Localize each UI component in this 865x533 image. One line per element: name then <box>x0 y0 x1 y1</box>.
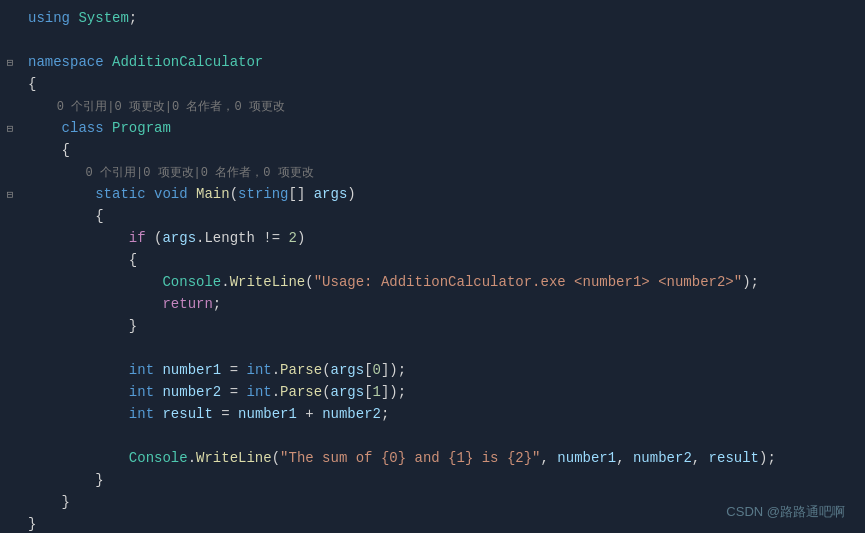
code-line-9: ⊟ static void Main(string[] args) <box>0 186 865 208</box>
line-content-21: Console.WriteLine("The sum of {0} and {1… <box>20 450 857 466</box>
code-line-8: 0 个引用|0 项更改|0 名作者，0 项更改 <box>0 164 865 186</box>
var-number2-ref2: number2 <box>633 450 692 466</box>
collapse-icon-6[interactable]: ⊟ <box>3 122 17 135</box>
keyword-int-4: int <box>246 384 271 400</box>
keyword-int-1: int <box>129 362 154 378</box>
line-content-18: int number2 = int.Parse(args[1]); <box>20 384 857 400</box>
code-line-17: int number1 = int.Parse(args[0]); <box>0 362 865 384</box>
line-content-5: 0 个引用|0 项更改|0 名作者，0 项更改 <box>20 98 857 115</box>
line-content-22: } <box>20 472 857 488</box>
code-line-18: int number2 = int.Parse(args[1]); <box>0 384 865 406</box>
watermark: CSDN @路路通吧啊 <box>726 503 845 521</box>
var-args: args <box>162 230 196 246</box>
method-writeline-2: WriteLine <box>196 450 272 466</box>
class-name-program: Program <box>112 120 171 136</box>
code-line-20 <box>0 428 865 450</box>
var-number2: number2 <box>162 384 221 400</box>
method-parse-2: Parse <box>280 384 322 400</box>
line-content-12: { <box>20 252 857 268</box>
code-line-15: } <box>0 318 865 340</box>
line-content-16 <box>20 340 857 356</box>
var-result-ref: result <box>709 450 759 466</box>
var-args-1: args <box>331 362 365 378</box>
code-line-21: Console.WriteLine("The sum of {0} and {1… <box>0 450 865 472</box>
code-line-7: { <box>0 142 865 164</box>
namespace-name: AdditionCalculator <box>112 54 263 70</box>
string-sum: "The sum of {0} and {1} is {2}" <box>280 450 540 466</box>
code-line-19: int result = number1 + number2; <box>0 406 865 428</box>
keyword-namespace: namespace <box>28 54 104 70</box>
line-content-3: namespace AdditionCalculator <box>20 54 857 70</box>
keyword-void: void <box>154 186 188 202</box>
line-content-20 <box>20 428 857 444</box>
line-content-1: using System; <box>20 10 857 26</box>
line-content-11: if (args.Length != 2) <box>20 230 857 246</box>
code-line-2 <box>0 32 865 54</box>
code-editor: using System; ⊟ namespace AdditionCalcul… <box>0 0 865 533</box>
code-line-3: ⊟ namespace AdditionCalculator <box>0 54 865 76</box>
var-number1: number1 <box>162 362 221 378</box>
keyword-int-3: int <box>129 384 154 400</box>
line-content-15: } <box>20 318 857 334</box>
var-number2-ref: number2 <box>322 406 381 422</box>
method-writeline-1: WriteLine <box>230 274 306 290</box>
keyword-if: if <box>129 230 146 246</box>
code-line-10: { <box>0 208 865 230</box>
code-line-6: ⊟ class Program <box>0 120 865 142</box>
line-content-6: class Program <box>20 120 857 136</box>
line-content-13: Console.WriteLine("Usage: AdditionCalcul… <box>20 274 857 290</box>
code-line-13: Console.WriteLine("Usage: AdditionCalcul… <box>0 274 865 296</box>
gutter-9: ⊟ <box>0 187 20 202</box>
string-usage: "Usage: AdditionCalculator.exe <number1>… <box>314 274 742 290</box>
gutter-3: ⊟ <box>0 55 20 70</box>
var-result: result <box>162 406 212 422</box>
line-content-8: 0 个引用|0 项更改|0 名作者，0 项更改 <box>20 164 857 181</box>
keyword-static: static <box>95 186 145 202</box>
class-console: Console <box>162 274 221 290</box>
line-content-14: return; <box>20 296 857 312</box>
code-line-14: return; <box>0 296 865 318</box>
line-content-2 <box>20 32 857 48</box>
keyword-return: return <box>162 296 212 312</box>
code-line-11: if (args.Length != 2) <box>0 230 865 252</box>
var-args-2: args <box>331 384 365 400</box>
line-content-17: int number1 = int.Parse(args[0]); <box>20 362 857 378</box>
method-main: Main <box>196 186 230 202</box>
line-content-9: static void Main(string[] args) <box>20 186 857 202</box>
var-number1-ref2: number1 <box>557 450 616 466</box>
collapse-icon-9[interactable]: ⊟ <box>3 188 17 201</box>
collapse-icon-3[interactable]: ⊟ <box>3 56 17 69</box>
code-line-12: { <box>0 252 865 274</box>
var-number1-ref: number1 <box>238 406 297 422</box>
code-line-4: { <box>0 76 865 98</box>
keyword-using: using <box>28 10 70 26</box>
line-content-10: { <box>20 208 857 224</box>
class-console-2: Console <box>129 450 188 466</box>
gutter-6: ⊟ <box>0 121 20 136</box>
code-line-16 <box>0 340 865 362</box>
code-line-1: using System; <box>0 10 865 32</box>
keyword-int-2: int <box>246 362 271 378</box>
code-line-22: } <box>0 472 865 494</box>
param-args: args <box>314 186 348 202</box>
line-content-4: { <box>20 76 857 92</box>
line-content-7: { <box>20 142 857 158</box>
keyword-int-5: int <box>129 406 154 422</box>
method-parse-1: Parse <box>280 362 322 378</box>
type-system: System <box>78 10 128 26</box>
line-content-19: int result = number1 + number2; <box>20 406 857 422</box>
code-line-5: 0 个引用|0 项更改|0 名作者，0 项更改 <box>0 98 865 120</box>
keyword-class: class <box>62 120 104 136</box>
keyword-string: string <box>238 186 288 202</box>
number-2: 2 <box>289 230 297 246</box>
